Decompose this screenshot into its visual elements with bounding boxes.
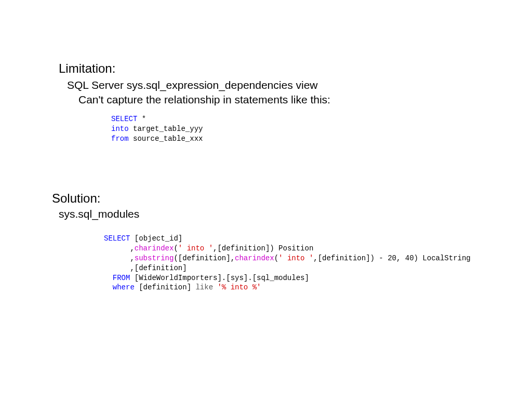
code-text: (: [174, 244, 178, 252]
code-text: *: [137, 115, 146, 123]
code-text: ,[definition]) - 20, 40) LocalString: [313, 254, 470, 262]
limitation-line2: Can't capture the relationship in statem…: [78, 94, 330, 106]
code-text: ,[definition]) Position: [213, 244, 313, 252]
code-string: ' into ': [278, 254, 313, 262]
code-text: ([definition],: [174, 254, 235, 262]
code-text: [definition]: [135, 283, 196, 291]
code-func: substring: [135, 254, 174, 262]
code-keyword: SELECT: [104, 234, 130, 243]
code-func: charindex: [235, 254, 274, 262]
solution-code: SELECT [object_id] ,charindex(' into ',[…: [104, 234, 471, 292]
solution-heading: Solution:: [52, 191, 100, 206]
code-string: ' into ': [178, 244, 213, 252]
code-text: [object_id]: [130, 234, 182, 243]
code-keyword: like: [195, 283, 213, 291]
code-keyword: SELECT: [111, 115, 137, 123]
code-text: [WideWorldImporters].[sys].[sql_modules]: [130, 274, 309, 282]
code-text: source_table_xxx: [129, 135, 203, 143]
limitation-line1: SQL Server sys.sql_expression_dependenci…: [67, 79, 317, 91]
solution-line1: sys.sql_modules: [59, 208, 139, 220]
code-keyword: FROM: [104, 274, 130, 282]
code-string: '% into %': [217, 283, 261, 291]
code-text: (: [274, 254, 278, 262]
code-text: ,: [104, 244, 135, 252]
code-text: ,[definition]: [104, 264, 187, 272]
code-keyword: into: [111, 125, 129, 133]
limitation-code: SELECT * into target_table_yyy from sour…: [111, 114, 203, 144]
slide: Limitation: SQL Server sys.sql_expressio…: [0, 0, 532, 399]
limitation-heading: Limitation:: [59, 61, 115, 76]
code-text: target_table_yyy: [129, 125, 203, 133]
code-func: charindex: [135, 244, 174, 252]
code-keyword: where: [104, 283, 135, 291]
code-keyword: from: [111, 135, 129, 143]
code-text: ,: [104, 254, 135, 262]
